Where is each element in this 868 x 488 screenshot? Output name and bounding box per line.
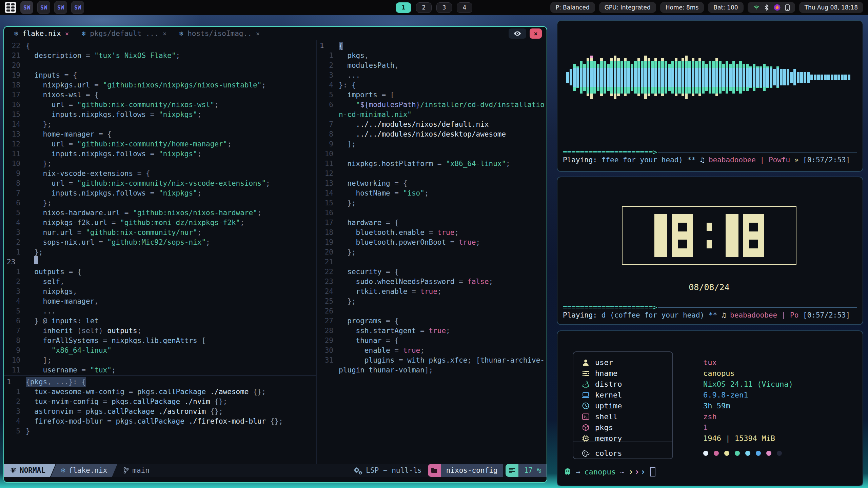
- viz-bar: [834, 75, 837, 80]
- code-line: plugin thunar-volman];: [317, 365, 547, 375]
- now-playing: Playing: d (coffee for your head) ** ♫ b…: [563, 311, 857, 319]
- status-area: P: BalancedGPU: IntegratedHome: 8msBat: …: [550, 2, 863, 13]
- viz-bar: [583, 64, 586, 91]
- viz-bar: [821, 75, 823, 80]
- viz-bar: [627, 61, 630, 94]
- tag-tile-1[interactable]: $W: [20, 1, 33, 14]
- viz-bar: [593, 61, 596, 94]
- viz-bar: [661, 58, 664, 96]
- code-line: 2 modulesPath,: [317, 61, 547, 70]
- viz-bar: [739, 61, 742, 94]
- fetch-value-shell: zsh: [703, 411, 717, 422]
- file-label: flake.nix: [69, 466, 107, 474]
- viz-bar: [590, 56, 593, 99]
- viz-bar: [763, 64, 766, 91]
- kernel-icon: [582, 391, 590, 399]
- tab-close-icon[interactable]: ×: [163, 30, 166, 37]
- tab-close-icon[interactable]: ×: [256, 30, 260, 37]
- fetch-terminal-window: usertuxhnamecanopusdistroNixOS 24.11 (Vi…: [557, 330, 863, 486]
- flake-nix-pane[interactable]: 22{21 description = "tux's NixOS Flake";…: [4, 40, 316, 375]
- viz-bar: [637, 58, 640, 96]
- viz-bar: [732, 61, 735, 94]
- viz-bar: [587, 58, 589, 96]
- code-line: 3 nixpkgs,: [4, 287, 316, 297]
- code-line: 30 enable = true;: [317, 346, 547, 355]
- code-line: 23: [4, 257, 316, 267]
- progress-rule: =====================>: [563, 303, 857, 311]
- tab-pkgs-default-[interactable]: ❄pkgs/default ...×: [76, 27, 172, 40]
- prompt-arrow: →: [576, 468, 580, 476]
- viz-bar: [607, 64, 610, 91]
- workspace-1[interactable]: 1: [396, 2, 411, 13]
- git-branch-icon: [123, 467, 129, 474]
- code-line: 26: [317, 306, 547, 316]
- tag-tile-3[interactable]: $W: [54, 1, 67, 14]
- progress-rule: =====================>: [563, 148, 857, 156]
- fetch-row-hname: hname: [582, 368, 617, 379]
- digit-1: [654, 214, 667, 257]
- viz-bar: [776, 66, 779, 88]
- code-line: 1{pkgs, ...}: {: [4, 377, 316, 387]
- layout-icon[interactable]: [5, 2, 16, 13]
- viz-bar: [678, 61, 681, 94]
- tab-close-icon[interactable]: ×: [65, 30, 69, 37]
- viz-bar: [576, 66, 579, 88]
- workspace-3[interactable]: 3: [436, 2, 452, 13]
- project-segment: nixos-config: [441, 464, 503, 477]
- digit-1: [726, 214, 738, 257]
- code-line: 2 sops-nix.url = "github:Mic92/sops-nix"…: [4, 238, 316, 247]
- code-line: 16 url = "github:nix-community/nixos-wsl…: [4, 100, 316, 110]
- fetch-value-hname: canopus: [703, 368, 735, 379]
- iso-image-pane[interactable]: 1{1 pkgs,2 modulesPath,3 ...4}: {5 impor…: [317, 40, 547, 464]
- viz-bar: [698, 58, 701, 96]
- packages-icon: [582, 424, 590, 431]
- tag-tile-2[interactable]: $W: [37, 1, 50, 14]
- code-line: 9 ];: [317, 139, 547, 149]
- viz-bar: [749, 66, 752, 88]
- code-line: 14 hostName = "iso";: [317, 188, 547, 198]
- viz-bar: [597, 64, 599, 91]
- wifi-icon: [753, 4, 760, 11]
- viz-bar: [793, 69, 796, 85]
- pkgs-default-pane[interactable]: 1{pkgs, ...}: {1 tux-awesome-wm-config =…: [4, 376, 316, 464]
- eye-toggle-button[interactable]: [509, 28, 526, 39]
- tray-icons[interactable]: [748, 2, 795, 13]
- tab-flake-nix[interactable]: ❄flake.nix×: [9, 27, 74, 40]
- code-line: 17 hardware = {: [317, 218, 547, 228]
- code-line: 10 ];: [4, 355, 316, 365]
- code-line: 8 url = "github:nix-community/nix-vscode…: [4, 179, 316, 188]
- lsp-segment: LSP ~ null-ls: [354, 466, 428, 474]
- viz-bar: [624, 58, 627, 96]
- close-window-button[interactable]: ×: [530, 28, 542, 39]
- viz-bar: [800, 72, 803, 83]
- prompt-chevrons: ›››: [628, 467, 646, 477]
- code-line: 9 nix-vscode-extensions = {: [4, 169, 316, 179]
- lines-icon: [509, 468, 515, 473]
- viz-bar: [743, 64, 745, 91]
- workspace-2[interactable]: 2: [416, 2, 432, 13]
- tab-hosts-isoImag-[interactable]: ❄hosts/isoImag..×: [174, 27, 265, 40]
- viz-bar: [654, 58, 657, 96]
- fetch-value-pkgs: 1: [703, 422, 708, 433]
- code-line: 27 programs = {: [317, 316, 547, 326]
- file-segment: ❄ flake.nix: [51, 464, 117, 477]
- viz-bar: [658, 61, 660, 94]
- tag-tile-4[interactable]: $W: [71, 1, 84, 14]
- code-line: 8 ../../modules/nixos/desktop/awesome: [317, 129, 547, 139]
- folder-badge: [428, 464, 441, 477]
- code-line: 6 } @ inputs: let: [4, 316, 316, 326]
- viz-bar: [766, 66, 769, 88]
- code-line: 17 nixos-wsl = {: [4, 90, 316, 100]
- code-line: 10: [317, 149, 547, 159]
- nix-icon: ❄: [82, 29, 86, 38]
- code-line: 11 nixpkgs.hostPlatform = "x86_64-linux"…: [317, 159, 547, 169]
- shell-prompt[interactable]: → canopus ~ ›››: [564, 467, 655, 477]
- workspace-4[interactable]: 4: [457, 2, 472, 13]
- viz-bar: [817, 75, 820, 80]
- phone-icon: [785, 4, 790, 11]
- code-line: 28 ssh.startAgent = true;: [317, 326, 547, 336]
- viz-bar: [651, 61, 654, 94]
- workspace-switcher: 1234: [396, 2, 472, 13]
- viz-bar: [705, 64, 708, 91]
- code-line: 21 description = "tux's NixOS Flake";: [4, 51, 316, 61]
